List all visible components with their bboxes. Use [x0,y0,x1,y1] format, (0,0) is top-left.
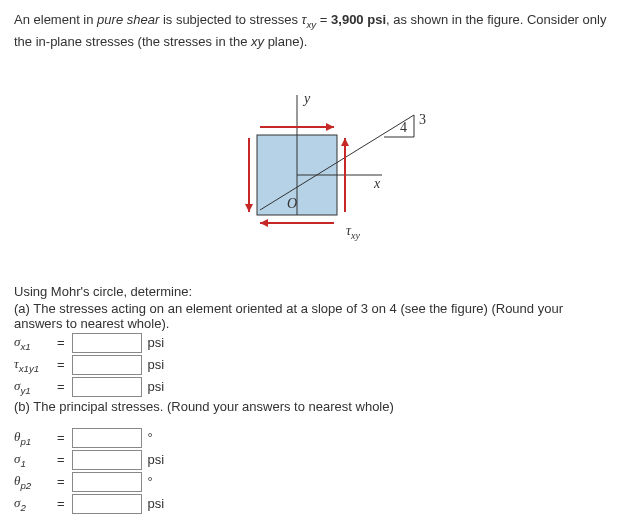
sigma-x1-label: σx1 [14,334,50,352]
intro-1: An element in [14,12,97,27]
tau-x1y1-input[interactable] [72,355,142,375]
intro-4: plane). [264,34,307,49]
row-theta-p2: θp2 = ° [14,472,610,492]
eq: = [57,357,65,372]
tau-value: 3,900 psi [331,12,386,27]
row-sigma-x1: σx1 = psi [14,333,610,353]
sigma-2-input[interactable] [72,494,142,514]
xy-em: xy [251,34,264,49]
sigma-1-unit: psi [148,452,165,467]
label-tau: τxy [346,223,360,241]
intro-pure-shear: pure shear [97,12,159,27]
theta-p2-label: θp2 [14,473,50,491]
figure: O y x 3 4 τxy [14,62,610,278]
theta-p2-input[interactable] [72,472,142,492]
theta-p1-label: θp1 [14,429,50,447]
row-sigma-2: σ2 = psi [14,494,610,514]
eq: = [57,496,65,511]
label-y: y [302,91,311,106]
label-4: 4 [400,120,407,135]
row-tau-x1y1: τx1y1 = psi [14,355,610,375]
row-theta-p1: θp1 = ° [14,428,610,448]
sigma-1-input[interactable] [72,450,142,470]
theta-p1-input[interactable] [72,428,142,448]
diagram-svg: O y x 3 4 τxy [162,80,462,250]
sigma-x1-input[interactable] [72,333,142,353]
tau-x1y1-label: τx1y1 [14,356,50,374]
label-3: 3 [419,112,426,127]
eq: = [57,474,65,489]
sigma-y1-unit: psi [148,379,165,394]
row-sigma-y1: σy1 = psi [14,377,610,397]
equals-sign: = [316,12,331,27]
row-sigma-1: σ1 = psi [14,450,610,470]
sigma-x1-unit: psi [148,335,165,350]
theta-p2-unit: ° [148,474,153,489]
label-O: O [287,196,297,211]
part-a-prompt: (a) The stresses acting on an element or… [14,301,610,331]
eq: = [57,452,65,467]
sigma-y1-label: σy1 [14,378,50,396]
prompt-block: Using Mohr's circle, determine: (a) The … [14,284,610,514]
sigma-2-label: σ2 [14,495,50,513]
shear-arrow-top-head [326,123,334,131]
sigma-1-label: σ1 [14,451,50,469]
eq: = [57,335,65,350]
theta-p1-unit: ° [148,430,153,445]
part-b-prompt: (b) The principal stresses. (Round your … [14,399,610,414]
shear-arrow-left-head [245,204,253,212]
intro-2: is subjected to stresses [159,12,301,27]
using-prompt: Using Mohr's circle, determine: [14,284,610,299]
tau-x1y1-unit: psi [148,357,165,372]
sigma-y1-input[interactable] [72,377,142,397]
problem-statement: An element in pure shear is subjected to… [14,10,610,52]
label-x: x [373,176,381,191]
eq: = [57,379,65,394]
tau-sub: xy [306,19,316,30]
shear-arrow-right-head [341,138,349,146]
eq: = [57,430,65,445]
shear-arrow-bottom-head [260,219,268,227]
sigma-2-unit: psi [148,496,165,511]
